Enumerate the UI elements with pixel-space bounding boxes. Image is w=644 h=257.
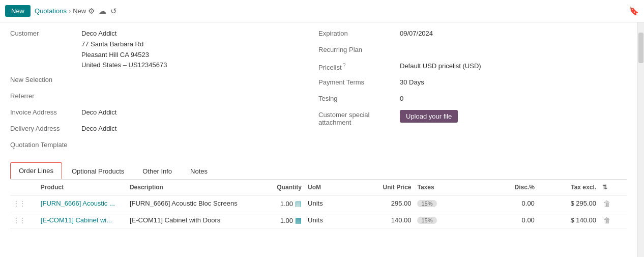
pricelist-value[interactable]: Default USD pricelist (USD) bbox=[400, 61, 481, 71]
delivery-address-value[interactable]: Deco Addict bbox=[81, 124, 116, 134]
product-disc-1: 0.00 bbox=[522, 199, 535, 207]
breadcrumb-parent[interactable]: Quotations bbox=[35, 7, 67, 15]
tab-other-info[interactable]: Other Info bbox=[134, 163, 181, 179]
forecast-icon-2[interactable]: ▤ bbox=[295, 216, 302, 224]
table-row: ⋮⋮ [E-COM11] Cabinet wi... [E-COM11] Cab… bbox=[10, 212, 627, 229]
table-row: ⋮⋮ [FURN_6666] Acoustic ... [FURN_6666] … bbox=[10, 195, 627, 212]
refresh-icon[interactable]: ↺ bbox=[110, 7, 117, 16]
col-disc-header: Disc.% bbox=[483, 180, 538, 195]
recurring-plan-row: Recurring Plan bbox=[318, 45, 617, 57]
tab-order-lines[interactable]: Order Lines bbox=[10, 162, 62, 179]
quotation-template-row: Quotation Template bbox=[10, 140, 308, 152]
col-product-header: Product bbox=[38, 180, 127, 195]
product-unitprice-1: 295.00 bbox=[391, 199, 412, 207]
product-name-2[interactable]: [E-COM11] Cabinet wi... bbox=[41, 216, 112, 224]
customer-value[interactable]: Deco Addict 77 Santa Barbara Rd Pleasant… bbox=[81, 28, 167, 71]
col-description-header: Description bbox=[127, 180, 250, 195]
form-left: Customer Deco Addict 77 Santa Barbara Rd… bbox=[10, 28, 318, 156]
customer-attachment-label: Customer special attachment bbox=[318, 110, 400, 126]
product-qty-1: 1.00 bbox=[280, 200, 293, 208]
quotation-template-label: Quotation Template bbox=[10, 140, 81, 149]
customer-label: Customer bbox=[10, 28, 81, 37]
product-disc-2: 0.00 bbox=[522, 216, 535, 224]
invoice-address-value[interactable]: Deco Addict bbox=[81, 107, 116, 118]
product-taxexcl-2: $ 140.00 bbox=[570, 216, 596, 224]
col-drag-header bbox=[10, 180, 38, 195]
product-tax-badge-2[interactable]: 15% bbox=[417, 217, 436, 224]
referrer-row: Referrer bbox=[10, 91, 308, 103]
product-desc-2: [E-COM11] Cabinet with Doors bbox=[130, 216, 220, 224]
col-taxexcl-header: Tax excl. bbox=[538, 180, 599, 195]
new-button[interactable]: New bbox=[5, 5, 31, 17]
delivery-address-label: Delivery Address bbox=[10, 124, 81, 132]
form-right: Expiration 09/07/2024 Recurring Plan Pri… bbox=[318, 28, 627, 156]
drag-handle-1[interactable]: ⋮⋮ bbox=[13, 200, 25, 207]
payment-terms-label: Payment Terms bbox=[318, 77, 400, 86]
delete-row-1-button[interactable]: 🗑 bbox=[602, 199, 611, 208]
tesing-row: Tesing 0 bbox=[318, 94, 617, 106]
customer-row: Customer Deco Addict 77 Santa Barbara Rd… bbox=[10, 28, 308, 71]
order-lines-table-section: Product Description Quantity UoM Unit Pr… bbox=[10, 180, 627, 229]
breadcrumb-separator: › bbox=[69, 7, 71, 15]
gear-icon[interactable]: ⚙ bbox=[88, 7, 95, 16]
main-content: Customer Deco Addict 77 Santa Barbara Rd… bbox=[0, 22, 637, 257]
tabs-bar: Order Lines Optional Products Other Info… bbox=[10, 162, 627, 180]
product-name-1[interactable]: [FURN_6666] Acoustic ... bbox=[41, 199, 115, 207]
tesing-value[interactable]: 0 bbox=[400, 94, 403, 104]
new-selection-label: New Selection bbox=[10, 75, 81, 83]
pricelist-row: Pricelist? Default USD pricelist (USD) bbox=[318, 61, 617, 73]
recurring-plan-label: Recurring Plan bbox=[318, 45, 400, 53]
product-unitprice-2: 140.00 bbox=[391, 216, 412, 224]
expiration-value[interactable]: 09/07/2024 bbox=[400, 28, 433, 39]
delivery-address-row: Delivery Address Deco Addict bbox=[10, 124, 308, 136]
scrollbar[interactable] bbox=[637, 22, 644, 257]
product-uom-1: Units bbox=[308, 199, 323, 207]
delete-row-2-button[interactable]: 🗑 bbox=[602, 216, 611, 224]
scrollbar-thumb[interactable] bbox=[638, 33, 643, 63]
product-qty-2: 1.00 bbox=[280, 217, 293, 224]
invoice-address-row: Invoice Address Deco Addict bbox=[10, 107, 308, 120]
product-uom-2: Units bbox=[308, 216, 323, 224]
referrer-label: Referrer bbox=[10, 91, 81, 100]
product-desc-1: [FURN_6666] Acoustic Bloc Screens bbox=[130, 199, 238, 207]
upload-file-button[interactable]: Upload your file bbox=[400, 110, 458, 123]
pricelist-label: Pricelist? bbox=[318, 61, 400, 71]
product-tax-badge-1[interactable]: 15% bbox=[417, 200, 436, 207]
drag-handle-2[interactable]: ⋮⋮ bbox=[13, 217, 25, 224]
tab-optional-products[interactable]: Optional Products bbox=[63, 163, 133, 179]
pricelist-help-icon[interactable]: ? bbox=[343, 62, 346, 68]
topbar-actions: ⚙ ☁ ↺ bbox=[88, 7, 117, 16]
col-actions-header: ⇅ bbox=[599, 180, 627, 195]
new-selection-row: New Selection bbox=[10, 75, 308, 87]
expiration-label: Expiration bbox=[318, 28, 400, 37]
forecast-icon-1[interactable]: ▤ bbox=[295, 199, 302, 208]
col-taxes-header: Taxes bbox=[414, 180, 483, 195]
breadcrumb-current: New bbox=[73, 7, 86, 15]
col-uom-header: UoM bbox=[305, 180, 353, 195]
payment-terms-value[interactable]: 30 Days bbox=[400, 77, 424, 88]
adjust-columns-icon[interactable]: ⇅ bbox=[602, 184, 607, 191]
payment-terms-row: Payment Terms 30 Days bbox=[318, 77, 617, 90]
product-taxexcl-1: $ 295.00 bbox=[570, 199, 596, 207]
cloud-icon[interactable]: ☁ bbox=[99, 7, 106, 16]
col-unitprice-header: Unit Price bbox=[353, 180, 414, 195]
expiration-row: Expiration 09/07/2024 bbox=[318, 28, 617, 41]
tab-notes[interactable]: Notes bbox=[182, 163, 216, 179]
tesing-label: Tesing bbox=[318, 94, 400, 102]
col-quantity-header: Quantity bbox=[250, 180, 305, 195]
invoice-address-label: Invoice Address bbox=[10, 107, 81, 116]
customer-attachment-row: Customer special attachment Upload your … bbox=[318, 110, 617, 126]
order-lines-table: Product Description Quantity UoM Unit Pr… bbox=[10, 180, 627, 229]
bookmark-icon[interactable]: 🔖 bbox=[629, 6, 639, 16]
